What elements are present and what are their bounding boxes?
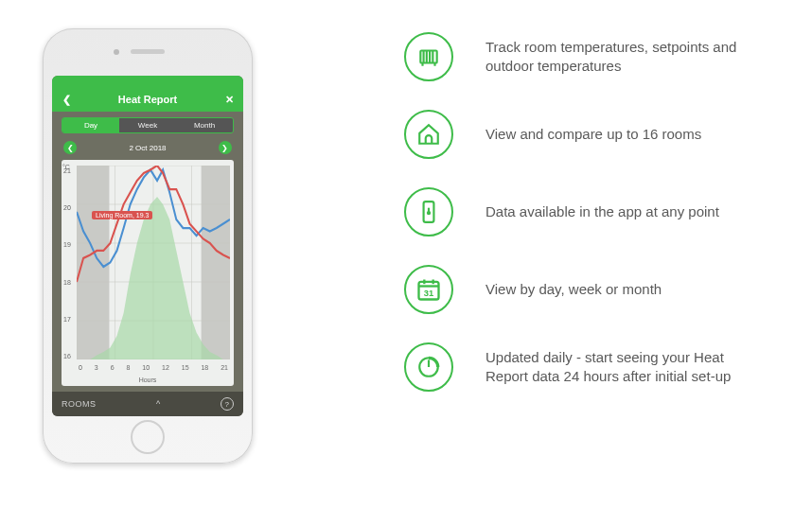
feature-updated-daily: Updated daily - start seeing your Heat R… bbox=[404, 342, 745, 392]
feature-text: Data available in the app at any point bbox=[485, 202, 719, 221]
chart-plot bbox=[77, 166, 230, 359]
clock-icon bbox=[404, 342, 453, 392]
phone-camera-dot bbox=[114, 49, 119, 55]
chart-card: °C 21 20 19 18 17 16 bbox=[62, 160, 234, 386]
svg-text:31: 31 bbox=[424, 289, 433, 298]
page-title: Heat Report bbox=[118, 94, 177, 105]
app-screen: ❮ Heat Report ✕ Day Week Month ❮ 2 Oct 2… bbox=[52, 76, 243, 416]
tab-day[interactable]: Day bbox=[62, 118, 119, 132]
app-touch-icon bbox=[404, 187, 453, 236]
x-axis-title: Hours bbox=[62, 377, 234, 386]
chart-tooltip: Living Room, 19.3 bbox=[92, 211, 152, 219]
phone-frame: ❮ Heat Report ✕ Day Week Month ❮ 2 Oct 2… bbox=[43, 28, 253, 464]
tab-month[interactable]: Month bbox=[176, 118, 233, 132]
house-rooms-icon bbox=[404, 110, 453, 159]
phone-speaker bbox=[131, 49, 165, 54]
close-icon[interactable]: ✕ bbox=[222, 94, 236, 106]
range-tabs: Day Week Month bbox=[62, 117, 234, 133]
rooms-label: ROOMS bbox=[62, 399, 97, 409]
feature-track-temps: Track room temperatures, setpoints and o… bbox=[404, 32, 745, 81]
rooms-bar[interactable]: ROOMS ^ ? bbox=[52, 392, 243, 416]
feature-compare-rooms: View and compare up to 16 rooms bbox=[404, 110, 745, 159]
feature-text: View and compare up to 16 rooms bbox=[485, 125, 701, 144]
feature-text: Updated daily - start seeing your Heat R… bbox=[485, 348, 745, 387]
radiator-icon bbox=[404, 32, 453, 81]
feature-data-in-app: Data available in the app at any point bbox=[404, 187, 745, 236]
feature-view-range: 31 View by day, week or month bbox=[404, 265, 745, 314]
title-bar: ❮ Heat Report ✕ bbox=[52, 87, 243, 112]
feature-text: View by day, week or month bbox=[485, 280, 662, 299]
current-date: 2 Oct 2018 bbox=[129, 144, 166, 152]
phone-home-button[interactable] bbox=[131, 420, 165, 454]
feature-text: Track room temperatures, setpoints and o… bbox=[485, 38, 745, 77]
calendar-icon: 31 bbox=[404, 265, 453, 314]
prev-day-button[interactable]: ❮ bbox=[63, 141, 77, 154]
status-bar bbox=[52, 76, 243, 87]
feature-list: Track room temperatures, setpoints and o… bbox=[404, 28, 745, 392]
date-row: ❮ 2 Oct 2018 ❯ bbox=[63, 141, 232, 154]
chart-body[interactable]: 21 20 19 18 17 16 bbox=[77, 166, 230, 373]
back-icon[interactable]: ❮ bbox=[60, 94, 73, 106]
x-axis-ticks: 0 3 6 8 10 12 15 18 21 bbox=[77, 364, 230, 371]
help-icon[interactable]: ? bbox=[221, 397, 234, 411]
y-axis-ticks: 21 20 19 18 17 16 bbox=[63, 167, 71, 359]
tab-week[interactable]: Week bbox=[119, 118, 176, 132]
svg-rect-1 bbox=[202, 166, 230, 359]
next-day-button[interactable]: ❯ bbox=[219, 141, 232, 154]
rooms-chevron-icon[interactable]: ^ bbox=[97, 399, 221, 409]
